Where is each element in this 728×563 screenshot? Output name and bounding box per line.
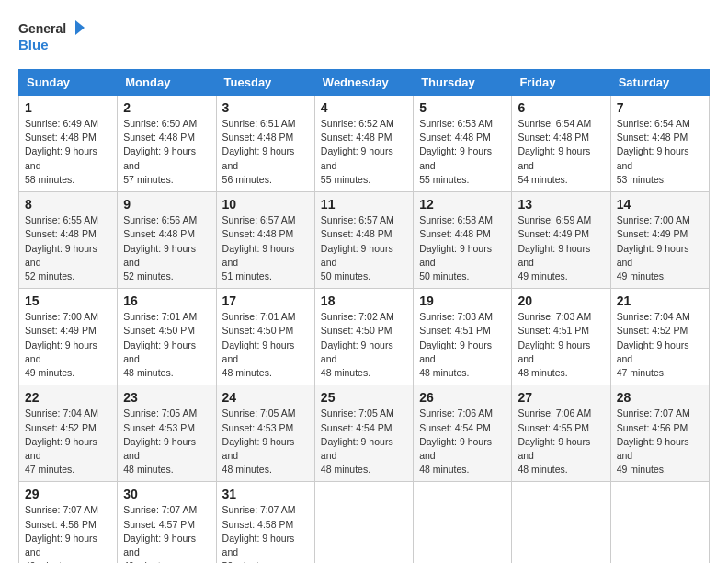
day-number: 21 xyxy=(617,293,703,308)
day-info: Sunrise: 6:49 AMSunset: 4:48 PMDaylight:… xyxy=(25,117,111,187)
day-number: 15 xyxy=(25,293,111,308)
calendar-cell: 29Sunrise: 7:07 AMSunset: 4:56 PMDayligh… xyxy=(19,482,118,563)
day-number: 7 xyxy=(617,100,703,115)
day-number: 24 xyxy=(222,390,309,405)
day-number: 9 xyxy=(123,197,210,212)
calendar-cell: 30Sunrise: 7:07 AMSunset: 4:57 PMDayligh… xyxy=(118,482,216,563)
logo: General Blue xyxy=(18,18,92,60)
day-info: Sunrise: 7:01 AMSunset: 4:50 PMDaylight:… xyxy=(222,310,309,380)
svg-marker-2 xyxy=(75,20,85,35)
day-number: 11 xyxy=(321,197,407,212)
day-number: 18 xyxy=(321,293,407,308)
calendar-cell: 9Sunrise: 6:56 AMSunset: 4:48 PMDaylight… xyxy=(118,192,216,289)
calendar-cell: 20Sunrise: 7:03 AMSunset: 4:51 PMDayligh… xyxy=(512,289,610,385)
day-number: 27 xyxy=(518,390,604,405)
day-info: Sunrise: 7:04 AMSunset: 4:52 PMDaylight:… xyxy=(25,407,111,477)
day-number: 14 xyxy=(617,197,703,212)
calendar-cell: 13Sunrise: 6:59 AMSunset: 4:49 PMDayligh… xyxy=(512,192,610,289)
day-number: 5 xyxy=(419,100,506,115)
calendar-cell: 24Sunrise: 7:05 AMSunset: 4:53 PMDayligh… xyxy=(216,385,314,482)
calendar-cell: 28Sunrise: 7:07 AMSunset: 4:56 PMDayligh… xyxy=(610,385,709,482)
day-number: 23 xyxy=(123,390,210,405)
calendar-cell: 6Sunrise: 6:54 AMSunset: 4:48 PMDaylight… xyxy=(512,96,610,192)
calendar-cell: 17Sunrise: 7:01 AMSunset: 4:50 PMDayligh… xyxy=(216,289,314,385)
day-info: Sunrise: 6:52 AMSunset: 4:48 PMDaylight:… xyxy=(321,117,407,187)
calendar-cell: 8Sunrise: 6:55 AMSunset: 4:48 PMDaylight… xyxy=(19,192,118,289)
day-info: Sunrise: 6:54 AMSunset: 4:48 PMDaylight:… xyxy=(617,117,703,187)
calendar-cell xyxy=(314,482,413,563)
day-info: Sunrise: 7:05 AMSunset: 4:54 PMDaylight:… xyxy=(321,407,407,477)
weekday-header-tuesday: Tuesday xyxy=(216,70,314,96)
calendar-cell: 22Sunrise: 7:04 AMSunset: 4:52 PMDayligh… xyxy=(19,385,118,482)
day-number: 19 xyxy=(419,293,506,308)
calendar-cell: 31Sunrise: 7:07 AMSunset: 4:58 PMDayligh… xyxy=(216,482,314,563)
day-info: Sunrise: 7:05 AMSunset: 4:53 PMDaylight:… xyxy=(123,407,210,477)
day-info: Sunrise: 6:53 AMSunset: 4:48 PMDaylight:… xyxy=(419,117,506,187)
calendar-cell xyxy=(610,482,709,563)
calendar-cell: 11Sunrise: 6:57 AMSunset: 4:48 PMDayligh… xyxy=(314,192,413,289)
day-info: Sunrise: 7:03 AMSunset: 4:51 PMDaylight:… xyxy=(419,310,506,380)
day-info: Sunrise: 6:50 AMSunset: 4:48 PMDaylight:… xyxy=(123,117,210,187)
calendar-cell: 1Sunrise: 6:49 AMSunset: 4:48 PMDaylight… xyxy=(19,96,118,192)
weekday-header-monday: Monday xyxy=(118,70,216,96)
day-number: 4 xyxy=(321,100,407,115)
weekday-header-wednesday: Wednesday xyxy=(314,70,413,96)
day-info: Sunrise: 7:04 AMSunset: 4:52 PMDaylight:… xyxy=(617,310,703,380)
day-info: Sunrise: 6:57 AMSunset: 4:48 PMDaylight:… xyxy=(222,213,309,283)
day-number: 22 xyxy=(25,390,111,405)
calendar-table: SundayMondayTuesdayWednesdayThursdayFrid… xyxy=(18,69,710,563)
calendar-cell: 19Sunrise: 7:03 AMSunset: 4:51 PMDayligh… xyxy=(414,289,512,385)
day-info: Sunrise: 7:06 AMSunset: 4:54 PMDaylight:… xyxy=(419,407,506,477)
day-info: Sunrise: 6:54 AMSunset: 4:48 PMDaylight:… xyxy=(518,117,604,187)
calendar-cell: 26Sunrise: 7:06 AMSunset: 4:54 PMDayligh… xyxy=(414,385,512,482)
day-number: 30 xyxy=(123,487,210,501)
day-info: Sunrise: 7:00 AMSunset: 4:49 PMDaylight:… xyxy=(617,213,703,283)
calendar-cell: 14Sunrise: 7:00 AMSunset: 4:49 PMDayligh… xyxy=(610,192,709,289)
calendar-cell xyxy=(414,482,512,563)
day-number: 8 xyxy=(25,197,111,212)
day-number: 25 xyxy=(321,390,407,405)
calendar-cell: 25Sunrise: 7:05 AMSunset: 4:54 PMDayligh… xyxy=(314,385,413,482)
day-number: 2 xyxy=(123,100,210,115)
calendar-cell: 23Sunrise: 7:05 AMSunset: 4:53 PMDayligh… xyxy=(118,385,216,482)
weekday-header-saturday: Saturday xyxy=(610,70,709,96)
day-info: Sunrise: 7:06 AMSunset: 4:55 PMDaylight:… xyxy=(518,407,604,477)
day-info: Sunrise: 7:07 AMSunset: 4:56 PMDaylight:… xyxy=(25,503,111,563)
day-number: 12 xyxy=(419,197,506,212)
day-info: Sunrise: 6:57 AMSunset: 4:48 PMDaylight:… xyxy=(321,213,407,283)
weekday-header-sunday: Sunday xyxy=(19,70,118,96)
day-number: 16 xyxy=(123,293,210,308)
day-info: Sunrise: 7:05 AMSunset: 4:53 PMDaylight:… xyxy=(222,407,309,477)
day-number: 3 xyxy=(222,100,309,115)
calendar-cell: 27Sunrise: 7:06 AMSunset: 4:55 PMDayligh… xyxy=(512,385,610,482)
day-info: Sunrise: 7:00 AMSunset: 4:49 PMDaylight:… xyxy=(25,310,111,380)
calendar-cell: 10Sunrise: 6:57 AMSunset: 4:48 PMDayligh… xyxy=(216,192,314,289)
day-info: Sunrise: 7:07 AMSunset: 4:56 PMDaylight:… xyxy=(617,407,703,477)
calendar-cell xyxy=(512,482,610,563)
day-info: Sunrise: 6:59 AMSunset: 4:49 PMDaylight:… xyxy=(518,213,604,283)
weekday-header-thursday: Thursday xyxy=(414,70,512,96)
day-number: 6 xyxy=(518,100,604,115)
calendar-cell: 15Sunrise: 7:00 AMSunset: 4:49 PMDayligh… xyxy=(19,289,118,385)
calendar-cell: 12Sunrise: 6:58 AMSunset: 4:48 PMDayligh… xyxy=(414,192,512,289)
day-number: 10 xyxy=(222,197,309,212)
day-number: 28 xyxy=(617,390,703,405)
day-info: Sunrise: 6:55 AMSunset: 4:48 PMDaylight:… xyxy=(25,213,111,283)
weekday-header-friday: Friday xyxy=(512,70,610,96)
day-number: 31 xyxy=(222,487,309,501)
day-number: 20 xyxy=(518,293,604,308)
day-number: 26 xyxy=(419,390,506,405)
day-info: Sunrise: 7:02 AMSunset: 4:50 PMDaylight:… xyxy=(321,310,407,380)
calendar-cell: 3Sunrise: 6:51 AMSunset: 4:48 PMDaylight… xyxy=(216,96,314,192)
day-info: Sunrise: 7:07 AMSunset: 4:57 PMDaylight:… xyxy=(123,503,210,563)
day-info: Sunrise: 6:56 AMSunset: 4:48 PMDaylight:… xyxy=(123,213,210,283)
logo-svg: General Blue xyxy=(18,18,92,60)
day-number: 1 xyxy=(25,100,111,115)
calendar-cell: 2Sunrise: 6:50 AMSunset: 4:48 PMDaylight… xyxy=(118,96,216,192)
day-info: Sunrise: 6:51 AMSunset: 4:48 PMDaylight:… xyxy=(222,117,309,187)
day-number: 29 xyxy=(25,487,111,501)
day-info: Sunrise: 7:07 AMSunset: 4:58 PMDaylight:… xyxy=(222,503,309,563)
calendar-cell: 16Sunrise: 7:01 AMSunset: 4:50 PMDayligh… xyxy=(118,289,216,385)
page-header: General Blue xyxy=(18,18,710,60)
svg-text:Blue: Blue xyxy=(18,37,49,52)
